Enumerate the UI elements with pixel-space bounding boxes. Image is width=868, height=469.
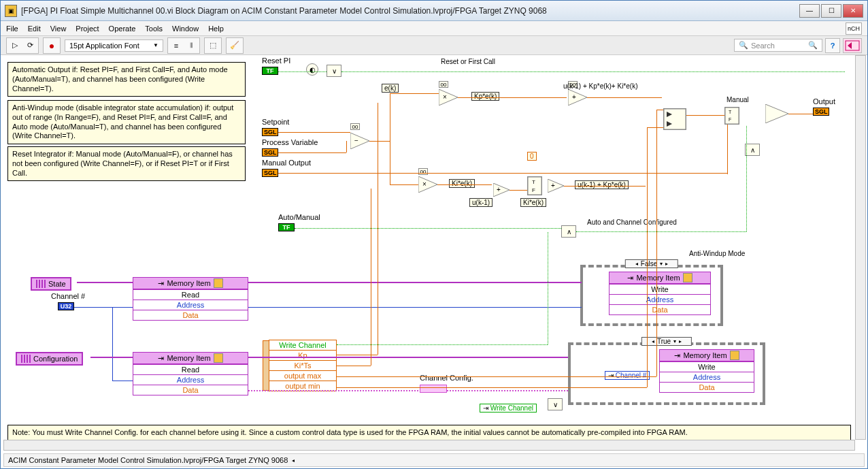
wire-ref [77,282,133,283]
label-auto-manual: Auto/Manual [278,213,320,221]
memory-data-row: Data [660,382,754,392]
abort-button[interactable]: ● [45,39,59,52]
run-continuous-button[interactable]: ⟳ [23,39,37,52]
multiply-kp-node[interactable]: × [439,89,458,106]
terminal-reset-pi[interactable]: TF [262,67,278,75]
wire-u32 [74,307,133,308]
search-input[interactable]: 🔍 Search 🔍 [734,39,822,52]
or-node-1[interactable]: ∨ [327,65,341,77]
reorder-group: ⬚ [204,37,222,54]
close-button[interactable]: ✕ [843,4,863,18]
case-config-write[interactable]: ◂True▾▸ ⇥ Channel # ⇥Memory Item Write A… [568,342,765,405]
wire [278,152,346,153]
memory-read-state[interactable]: ⇥Memory Item Read Address Data [133,277,248,321]
reorder-button[interactable]: ⬚ [206,39,220,52]
unbundle-left-icon [263,340,269,391]
help-button[interactable]: ? [825,38,840,53]
font-selector[interactable]: 15pt Application Font ▼ [65,39,163,52]
run-button[interactable]: ▷ [8,39,22,52]
memory-header: ⇥Memory Item [660,350,754,361]
in-range-coerce-node[interactable] [663,108,686,130]
block-diagram-canvas[interactable]: Automatic Output if: Reset PI=F, and Fir… [3,55,855,451]
statusbar: ACIM Constant Parameter Model Control Si… [3,453,865,467]
label-output: Output [813,97,835,106]
minimize-button[interactable]: — [799,4,820,18]
case-selector-true[interactable]: ◂True▾▸ [641,337,692,346]
svg-text:×: × [443,93,447,101]
menubar: File Edit View Project Operate Tools Win… [1,21,867,36]
memory-data-row: Data [133,310,248,320]
context-help-icon[interactable]: nCH [846,22,862,35]
state-constant[interactable]: State [31,277,71,291]
label-manual-output: Manual Output [262,159,311,167]
memory-header: ⇥Memory Item [133,278,248,289]
menu-help[interactable]: Help [208,25,224,33]
align-button[interactable]: ≡ [169,39,183,52]
channel-config-constant[interactable] [420,385,447,393]
terminal-output[interactable]: SGL [813,108,829,116]
vertical-scrollbar[interactable] [855,55,866,440]
menu-project[interactable]: Project [76,25,99,33]
select-node-1[interactable]: TF [527,176,542,195]
menu-tools[interactable]: Tools [145,25,163,33]
wire [647,127,648,387]
cleanup-group: 🧹 [226,37,244,54]
unbundle-config[interactable]: Write Channel Kp Ki*Ts output max output… [269,340,337,391]
window-title: [FPGA] PI Float Simple Multichannel 00.v… [21,6,798,16]
case-selector-false[interactable]: ◂False▾▸ [625,259,678,268]
label-uk1-kp: u(k-1) + Kp*e(k) [575,180,629,189]
first-call-node[interactable]: ◐ [306,63,318,76]
multiply-ki-node[interactable]: × [418,176,437,193]
comment-auto-output: Automatic Output if: Reset PI=F, and Fir… [7,62,246,97]
subtract-node[interactable]: − [350,133,369,149]
wire [458,97,567,98]
comment-bottom-note: Note: You must Write Channel Config. for… [7,425,851,441]
svg-text:+: + [572,93,576,101]
wire-ref [248,282,582,283]
horizontal-scrollbar[interactable] [3,440,855,451]
label-process-variable: Process Variable [262,138,318,146]
case-state-write[interactable]: ◂False▾▸ ⇥Memory Item Write Address Data [580,265,723,326]
menu-edit[interactable]: Edit [28,25,41,33]
memory-read-config[interactable]: ⇥Memory Item Read Address Data [133,352,248,395]
wire [346,141,347,152]
terminal-auto-manual[interactable]: TF [278,223,295,231]
cleanup-button[interactable]: 🧹 [228,39,241,52]
output-select-node[interactable] [765,104,788,123]
app-window: ▣ [FPGA] PI Float Simple Multichannel 00… [0,0,868,469]
block-diagram-icon[interactable] [843,38,862,53]
and-node-1[interactable]: ∧ [745,144,760,156]
terminal-manual-output[interactable]: SGL [262,169,278,177]
svg-text:F: F [532,187,535,193]
add-node-2[interactable]: + [548,179,564,193]
menu-view[interactable]: View [50,25,67,33]
terminal-setpoint[interactable]: SGL [262,128,278,136]
memory-write-config[interactable]: ⇥Memory Item Write Address Data [659,349,754,393]
or-node-write[interactable]: ∨ [548,398,563,410]
terminal-process-variable[interactable]: SGL [262,148,278,157]
and-node-auto[interactable]: ∧ [561,225,576,238]
wire [510,190,527,191]
chevron-left-icon[interactable]: ◂ [292,457,295,464]
memory-write-state[interactable]: ⇥Memory Item Write Address Data [609,272,711,315]
comment-anti-windup: Anti-Windup mode (disable integrator sta… [7,100,246,144]
terminal-channel-num[interactable]: U32 [58,302,74,310]
menu-file[interactable]: File [6,25,18,33]
svg-text:F: F [729,117,731,122]
state-label: State [48,280,66,288]
menu-window[interactable]: Window [172,25,199,33]
maximize-button[interactable]: ☐ [821,4,841,18]
memory-address-row: Address [610,294,710,304]
distribute-button[interactable]: ⫴ [184,39,198,52]
coerce-dot-1: 00 [350,123,360,130]
add-node-1[interactable]: + [493,183,510,197]
svg-text:+: + [551,182,555,189]
wire [647,127,663,128]
comment-reset-integrator: Reset Integrator if: Manual mode (Auto/M… [7,146,246,181]
wire [378,103,378,355]
ub-output-max: output max [269,371,336,381]
add-node-main[interactable]: + [568,89,587,106]
menu-operate[interactable]: Operate [109,25,136,33]
configuration-constant[interactable]: Configuration [16,352,83,366]
select-auto-manual[interactable]: TF [724,107,739,125]
